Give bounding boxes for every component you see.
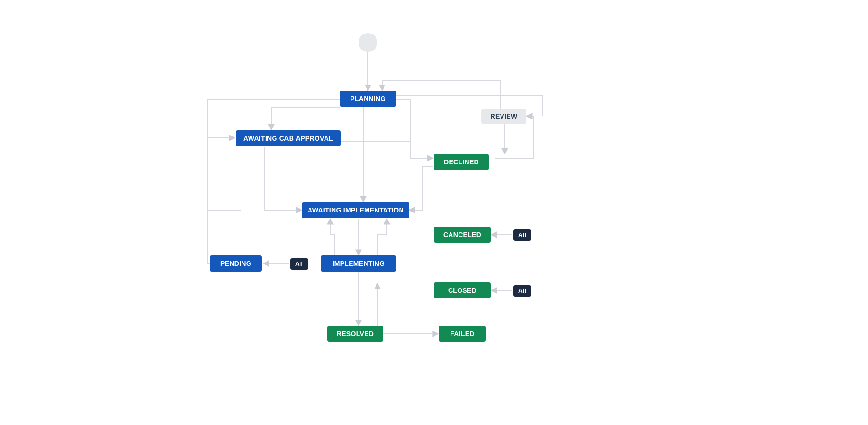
state-review[interactable]: REVIEW	[481, 109, 526, 124]
state-declined[interactable]: DECLINED	[434, 154, 489, 170]
state-awaiting-implementation[interactable]: AWAITING IMPLEMENTATION	[302, 202, 409, 218]
start-node[interactable]	[359, 33, 377, 52]
edges-layer	[0, 0, 868, 425]
state-canceled[interactable]: CANCELED	[434, 227, 491, 243]
state-pending[interactable]: PENDING	[210, 255, 262, 272]
state-closed[interactable]: CLOSED	[434, 282, 491, 298]
state-awaiting-cab-approval[interactable]: AWAITING CAB APPROVAL	[236, 130, 341, 146]
badge-all-closed[interactable]: All	[513, 285, 531, 297]
state-resolved[interactable]: RESOLVED	[327, 326, 383, 342]
badge-all-pending[interactable]: All	[290, 258, 308, 270]
badge-all-canceled[interactable]: All	[513, 230, 531, 241]
state-failed[interactable]: FAILED	[439, 326, 486, 342]
state-planning[interactable]: PLANNING	[340, 91, 396, 107]
state-implementing[interactable]: IMPLEMENTING	[321, 255, 396, 272]
workflow-diagram: PLANNING REVIEW AWAITING CAB APPROVAL DE…	[0, 0, 868, 425]
